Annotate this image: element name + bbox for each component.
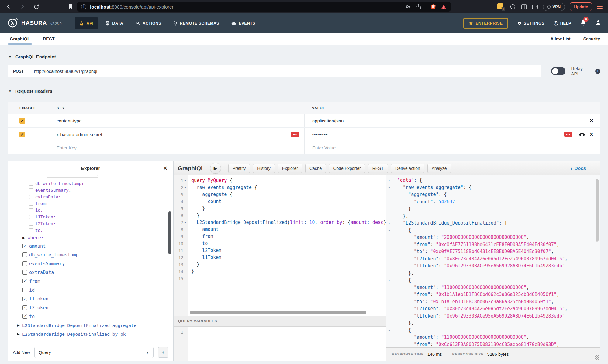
tab-rest[interactable]: REST bbox=[41, 33, 57, 45]
vpn-button[interactable]: VPN bbox=[543, 3, 565, 11]
checkbox-checked[interactable]: ✓ bbox=[22, 244, 27, 248]
analyze-button[interactable]: Analyze bbox=[427, 164, 451, 173]
warning-triangle-icon[interactable] bbox=[441, 4, 447, 9]
checkbox-checked[interactable]: ✓ bbox=[22, 314, 27, 319]
explorer-field-db-write-timestamp[interactable]: db_write_timestamp bbox=[8, 250, 173, 259]
explorer-arg-db-write-timestamp[interactable]: db_write_timestamp: bbox=[8, 180, 173, 187]
security-link[interactable]: Security bbox=[583, 36, 600, 41]
remove-header-button[interactable]: ✕ bbox=[589, 132, 593, 137]
explorer-node-l2standardbridge-depositfinalized-aggregate[interactable]: ▶L2StandardBridge_DepositFinalized_aggre… bbox=[8, 321, 173, 330]
checkbox-unchecked[interactable] bbox=[29, 195, 33, 199]
checkbox-unchecked[interactable] bbox=[29, 188, 33, 192]
nav-item-data[interactable]: DATA bbox=[101, 17, 128, 29]
execute-query-button[interactable]: ▶ bbox=[210, 163, 221, 174]
explorer-field-to[interactable]: ✓to bbox=[8, 312, 173, 321]
explorer-field-extradata[interactable]: extraData bbox=[8, 268, 173, 277]
reload-icon[interactable] bbox=[33, 4, 39, 10]
back-icon[interactable] bbox=[5, 4, 12, 10]
explorer-button[interactable]: Explorer bbox=[278, 164, 302, 173]
key-input[interactable]: Enter Key bbox=[57, 145, 77, 150]
checkbox-unchecked[interactable] bbox=[22, 252, 27, 257]
request-headers-section-header[interactable]: ▼ Request Headers bbox=[8, 88, 600, 94]
forward-icon[interactable] bbox=[19, 4, 26, 10]
enable-checkbox[interactable]: ✓ bbox=[19, 132, 25, 137]
query-variables-header[interactable]: QUERY VARIABLES bbox=[174, 316, 386, 327]
query-variables-editor[interactable]: 1 bbox=[174, 327, 386, 361]
explorer-field-from[interactable]: ✓from bbox=[8, 277, 173, 286]
checkbox-checked[interactable]: ✓ bbox=[22, 279, 27, 283]
extension-shape-icon[interactable] bbox=[510, 4, 516, 10]
value-input[interactable]: Enter Value bbox=[312, 145, 336, 150]
bookmark-icon[interactable] bbox=[68, 4, 73, 9]
header-key[interactable]: content-type bbox=[57, 118, 82, 123]
checkbox-unchecked[interactable] bbox=[29, 222, 33, 226]
update-button[interactable]: Update bbox=[570, 2, 592, 11]
notifications-button[interactable]: 8 bbox=[580, 19, 586, 27]
explorer-arg-id[interactable]: id: bbox=[8, 207, 173, 214]
nav-item-remote-schemas[interactable]: REMOTE SCHEMAS bbox=[169, 17, 224, 29]
info-icon[interactable]: i bbox=[595, 69, 600, 74]
masked-badge[interactable]: ••• bbox=[564, 132, 572, 137]
header-value[interactable]: application/json bbox=[312, 118, 344, 123]
explorer-arg-to[interactable]: to: bbox=[8, 227, 173, 234]
masked-badge[interactable]: ••• bbox=[291, 132, 299, 137]
relay-api-toggle[interactable] bbox=[551, 67, 566, 75]
wallet-icon[interactable] bbox=[532, 4, 538, 9]
add-operation-button[interactable]: + bbox=[158, 347, 168, 358]
explorer-field-tree[interactable]: db_write_timestamp:eventsSummary:extraDa… bbox=[8, 175, 173, 344]
response-viewer[interactable]: ▾▾▾▾▾▾ "data": { "raw_events_aggregate":… bbox=[386, 175, 600, 347]
notes-extension-icon[interactable]: 1 bbox=[497, 3, 505, 10]
settings-button[interactable]: SETTINGS bbox=[517, 21, 544, 26]
tab-graphiql[interactable]: GraphiQL bbox=[8, 33, 32, 45]
allow-list-link[interactable]: Allow List bbox=[551, 36, 571, 41]
explorer-scrollbar[interactable] bbox=[168, 211, 171, 254]
code-exporter-button[interactable]: Code Exporter bbox=[329, 164, 365, 173]
enable-checkbox[interactable]: ✓ bbox=[19, 118, 25, 124]
explorer-arg-from[interactable]: from: bbox=[8, 200, 173, 207]
help-button[interactable]: ? HELP bbox=[554, 21, 571, 26]
rest-button[interactable]: REST bbox=[368, 164, 388, 173]
address-bar[interactable]: i localhost:8080/console/api/api-explore… bbox=[77, 2, 451, 12]
response-scrollbar[interactable] bbox=[596, 179, 599, 242]
nav-item-actions[interactable]: ACTIONS bbox=[131, 18, 166, 29]
nav-item-events[interactable]: EVENTS bbox=[227, 18, 260, 29]
graphql-endpoint-input[interactable]: http://localhost:8080/v1/graphql bbox=[29, 65, 541, 77]
explorer-field-l2token[interactable]: ✓l2Token bbox=[8, 303, 173, 312]
eye-icon[interactable] bbox=[579, 132, 585, 138]
explorer-arg-where[interactable]: ▶where: bbox=[8, 234, 173, 242]
explorer-node-l2standardbridge-depositfinalized-by-pk[interactable]: ▶L2StandardBridge_DepositFinalized_by_pk bbox=[8, 330, 173, 338]
explorer-arg-extradata[interactable]: extraData: bbox=[8, 194, 173, 200]
nav-item-api[interactable]: API bbox=[75, 17, 98, 29]
checkbox-unchecked[interactable] bbox=[22, 270, 27, 275]
explorer-arg-eventssummary[interactable]: eventsSummary: bbox=[8, 187, 173, 194]
prettify-button[interactable]: Prettify bbox=[228, 164, 250, 173]
checkbox-checked[interactable]: ✓ bbox=[22, 305, 27, 310]
brave-shield-icon[interactable] bbox=[431, 4, 436, 10]
explorer-field-l1token[interactable]: ✓l1Token bbox=[8, 294, 173, 303]
hasura-logo[interactable]: HASURA v2.23.0 bbox=[7, 17, 61, 29]
enterprise-button[interactable]: ENTERPRISE bbox=[463, 18, 508, 29]
checkbox-unchecked[interactable] bbox=[22, 261, 27, 266]
resize-handle[interactable] bbox=[595, 355, 599, 360]
checkbox-unchecked[interactable] bbox=[29, 208, 33, 212]
docs-button[interactable]: ‹ Docs bbox=[556, 161, 600, 175]
explorer-arg-l2token[interactable]: l2Token: bbox=[8, 220, 173, 227]
explorer-arg-l1token[interactable]: l1Token: bbox=[8, 214, 173, 220]
checkbox-checked[interactable]: ✓ bbox=[22, 297, 27, 301]
close-icon[interactable]: ✕ bbox=[163, 165, 168, 172]
header-key[interactable]: x-hasura-admin-secret bbox=[57, 132, 102, 137]
checkbox-unchecked[interactable] bbox=[29, 182, 33, 186]
site-info-icon[interactable]: i bbox=[81, 4, 86, 9]
share-icon[interactable] bbox=[416, 4, 421, 9]
graphql-endpoint-section-header[interactable]: ▼ GraphQL Endpoint bbox=[8, 54, 600, 59]
checkbox-unchecked[interactable] bbox=[22, 288, 27, 292]
sidebar-icon[interactable] bbox=[521, 4, 527, 9]
checkbox-unchecked[interactable] bbox=[29, 202, 33, 206]
operation-type-select[interactable]: Query ▼ bbox=[34, 347, 154, 358]
query-editor[interactable]: 1▾2▾34567▾89101112131415 query MyQuery {… bbox=[174, 175, 386, 316]
explorer-field-id[interactable]: id bbox=[8, 286, 173, 294]
explorer-field-amount[interactable]: ✓amount bbox=[8, 242, 173, 250]
key-icon[interactable] bbox=[406, 4, 411, 9]
remove-header-button[interactable]: ✕ bbox=[589, 118, 593, 123]
checkbox-unchecked[interactable] bbox=[29, 228, 33, 232]
